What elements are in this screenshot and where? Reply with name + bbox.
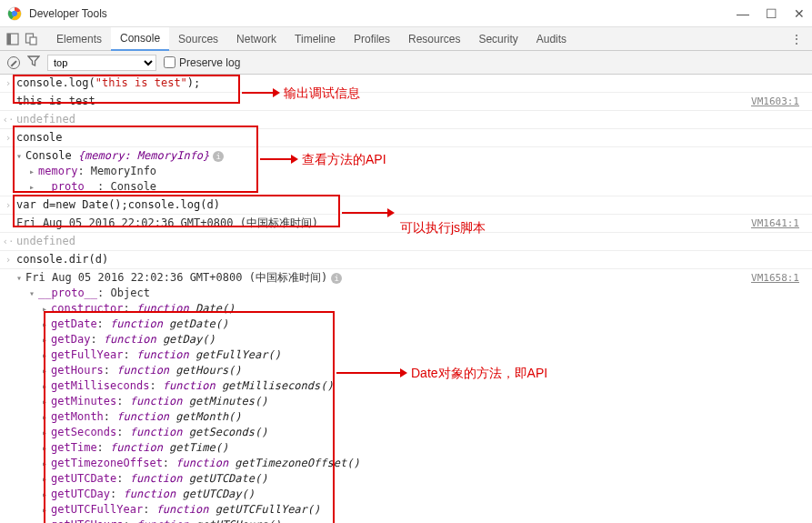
tab-network[interactable]: Network xyxy=(227,27,286,51)
device-mode-icon[interactable] xyxy=(24,32,38,46)
source-link[interactable]: VM1603:1 xyxy=(751,94,812,109)
info-icon[interactable]: i xyxy=(331,273,342,284)
method-signature: getFullYear() xyxy=(195,348,281,361)
method-name: getFullYear xyxy=(51,348,123,361)
method-name: getDay xyxy=(51,333,90,346)
context-select[interactable]: top xyxy=(47,55,156,71)
filter-icon[interactable] xyxy=(27,55,40,70)
method-signature: getUTCFullYear() xyxy=(216,503,321,516)
method-name: getDate xyxy=(51,317,97,330)
prompt-icon: › xyxy=(0,75,16,91)
kebab-menu-icon[interactable]: ⋮ xyxy=(787,32,807,46)
preserve-log-checkbox[interactable]: Preserve log xyxy=(164,56,240,69)
method-signature: getTimezoneOffset() xyxy=(235,457,359,469)
close-button[interactable]: ✕ xyxy=(794,6,805,21)
method-name: getHours xyxy=(51,364,104,377)
window-title: Developer Tools xyxy=(29,7,737,20)
method-name: getUTCHours xyxy=(51,518,123,523)
clear-console-icon[interactable] xyxy=(7,56,20,69)
method-name: getMilliseconds xyxy=(51,379,149,392)
expand-toggle[interactable] xyxy=(29,180,38,193)
method-signature: getHours() xyxy=(175,364,241,377)
console-output[interactable]: › console.log("this is test"); this is t… xyxy=(0,75,812,523)
method-signature: getSeconds() xyxy=(189,426,268,438)
method-signature: getUTCDay() xyxy=(183,488,255,500)
expand-toggle[interactable] xyxy=(16,149,25,162)
method-name: getUTCDate xyxy=(51,472,116,485)
maximize-button[interactable]: ☐ xyxy=(766,6,777,21)
console-input-line: "this is test" xyxy=(95,76,187,89)
method-signature: getDay() xyxy=(163,333,216,346)
method-signature: getMonth() xyxy=(175,410,241,423)
expand-toggle[interactable] xyxy=(42,410,51,423)
svg-rect-3 xyxy=(7,34,11,45)
dock-side-icon[interactable] xyxy=(5,32,20,46)
console-toolbar: top Preserve log xyxy=(0,51,812,75)
expand-toggle[interactable] xyxy=(42,364,51,377)
return-undefined: undefined xyxy=(16,234,812,249)
method-name: getTime xyxy=(51,441,97,454)
method-signature: Date() xyxy=(195,302,235,315)
return-undefined: undefined xyxy=(16,112,812,127)
expand-toggle[interactable] xyxy=(42,395,51,407)
expand-toggle[interactable] xyxy=(42,348,51,361)
tab-timeline[interactable]: Timeline xyxy=(286,27,345,51)
expand-toggle[interactable] xyxy=(29,287,38,299)
expand-toggle[interactable] xyxy=(42,441,51,454)
console-input-line: console.dir(d) xyxy=(16,252,812,267)
expand-toggle[interactable] xyxy=(42,457,51,469)
method-name: getUTCFullYear xyxy=(51,503,143,516)
method-signature: getTime() xyxy=(169,441,228,454)
chrome-icon xyxy=(7,6,22,21)
expand-toggle[interactable] xyxy=(29,165,38,177)
method-signature: getUTCDate() xyxy=(189,472,268,485)
method-name: getMinutes xyxy=(51,395,116,407)
method-name: getSeconds xyxy=(51,426,116,438)
info-icon[interactable]: i xyxy=(213,151,224,162)
svg-rect-5 xyxy=(30,37,36,45)
method-signature: getUTCHours() xyxy=(195,518,281,523)
method-name: getUTCDay xyxy=(51,488,110,500)
method-signature: getDate() xyxy=(169,317,228,330)
tab-profiles[interactable]: Profiles xyxy=(345,27,399,51)
tab-security[interactable]: Security xyxy=(469,27,526,51)
return-icon: ‹· xyxy=(0,234,16,249)
tab-sources[interactable]: Sources xyxy=(169,27,227,51)
expand-toggle[interactable] xyxy=(42,317,51,330)
method-name: getMonth xyxy=(51,410,104,423)
expand-toggle[interactable] xyxy=(42,488,51,500)
expand-toggle[interactable] xyxy=(42,503,51,516)
tab-elements[interactable]: Elements xyxy=(47,27,111,51)
console-log-output: this is test xyxy=(16,94,751,109)
devtools-tabbar: Elements Console Sources Network Timelin… xyxy=(0,27,812,51)
prompt-icon: › xyxy=(0,197,16,213)
console-input-line: var d=new Date();console.log(d) xyxy=(16,197,812,213)
window-titlebar: Developer Tools — ☐ ✕ xyxy=(0,0,812,27)
minimize-button[interactable]: — xyxy=(737,6,749,21)
tab-audits[interactable]: Audits xyxy=(527,27,576,51)
return-icon: ‹· xyxy=(0,112,16,127)
expand-toggle[interactable] xyxy=(42,379,51,392)
method-name: constructor xyxy=(51,302,123,315)
prompt-icon: › xyxy=(0,130,16,146)
expand-toggle[interactable] xyxy=(42,302,51,315)
object-preview: {memory: MemoryInfo} xyxy=(78,149,210,162)
prompt-icon: › xyxy=(0,252,16,267)
object-header: Fri Aug 05 2016 22:02:36 GMT+0800 (中国标准时… xyxy=(25,271,327,284)
expand-toggle[interactable] xyxy=(42,472,51,485)
tab-resources[interactable]: Resources xyxy=(399,27,469,51)
console-log-output: Fri Aug 05 2016 22:02:36 GMT+0800 (中国标准时… xyxy=(16,216,751,231)
method-signature: getMinutes() xyxy=(189,395,268,407)
console-input-line: console xyxy=(16,130,812,146)
tab-console[interactable]: Console xyxy=(111,27,169,51)
method-signature: getMilliseconds() xyxy=(222,379,334,392)
source-link[interactable]: VM1658:1 xyxy=(751,270,812,523)
expand-toggle[interactable] xyxy=(42,518,51,523)
expand-toggle[interactable] xyxy=(16,271,25,284)
expand-toggle[interactable] xyxy=(42,333,51,346)
expand-toggle[interactable] xyxy=(42,426,51,438)
method-name: getTimezoneOffset xyxy=(51,457,163,469)
source-link[interactable]: VM1641:1 xyxy=(751,216,812,231)
